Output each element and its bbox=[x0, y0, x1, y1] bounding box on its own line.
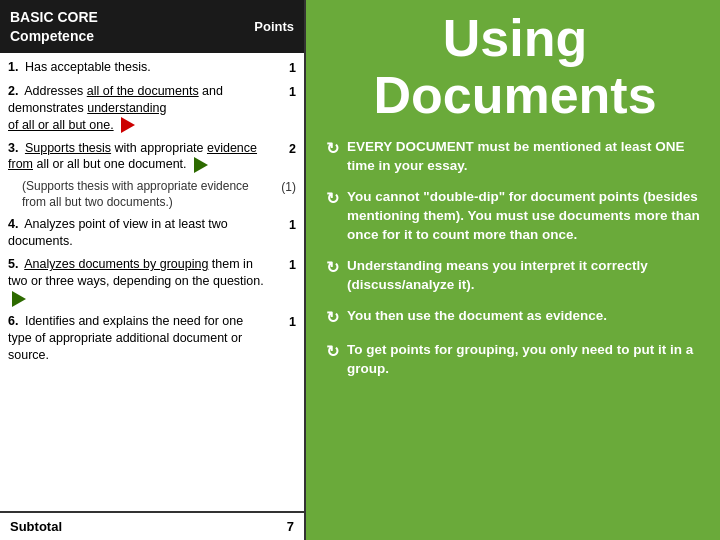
bullet-list: ↻ EVERY DOCUMENT must be mentioned at le… bbox=[326, 138, 704, 390]
rubric-item-1: 1. Has acceptable thesis. 1 bbox=[8, 59, 296, 77]
item-1-text: 1. Has acceptable thesis. bbox=[8, 59, 274, 76]
right-panel: UsingDocuments ↻ EVERY DOCUMENT must be … bbox=[306, 0, 720, 540]
bullet-icon-2: ↻ bbox=[326, 188, 339, 210]
right-title: UsingDocuments bbox=[326, 10, 704, 124]
rubric-sub-item-3: (Supports thesis with appropriate eviden… bbox=[22, 179, 296, 210]
left-header: BASIC CORECompetence Points bbox=[0, 0, 304, 53]
item-4-points: 1 bbox=[274, 216, 296, 234]
item-6-points: 1 bbox=[274, 313, 296, 331]
bullet-icon-1: ↻ bbox=[326, 138, 339, 160]
header-points-label: Points bbox=[254, 19, 294, 34]
rubric-item-3: 3. Supports thesis with appropriate evid… bbox=[8, 140, 296, 174]
bullet-4: ↻ You then use the document as evidence. bbox=[326, 307, 704, 329]
rubric-item-2: 2. Addresses all of the documents and de… bbox=[8, 83, 296, 134]
rubric-body: 1. Has acceptable thesis. 1 2. Addresses… bbox=[0, 53, 304, 511]
sub-item-text: (Supports thesis with appropriate eviden… bbox=[22, 179, 266, 210]
bullet-1-text: EVERY DOCUMENT must be mentioned at leas… bbox=[347, 138, 704, 176]
item-2-text: 2. Addresses all of the documents and de… bbox=[8, 83, 274, 134]
header-title: BASIC CORECompetence bbox=[10, 8, 98, 44]
sub-item-points: (1) bbox=[266, 179, 296, 196]
item-2-points: 1 bbox=[274, 83, 296, 101]
item-5-points: 1 bbox=[274, 256, 296, 274]
subtotal-value: 7 bbox=[287, 519, 294, 534]
item-3-text: 3. Supports thesis with appropriate evid… bbox=[8, 140, 274, 174]
subtotal-label: Subtotal bbox=[10, 519, 62, 534]
red-arrow-2 bbox=[121, 117, 135, 133]
bullet-icon-3: ↻ bbox=[326, 257, 339, 279]
green-arrow-3 bbox=[194, 157, 208, 173]
bullet-5-text: To get points for grouping, you only nee… bbox=[347, 341, 704, 379]
bullet-4-text: You then use the document as evidence. bbox=[347, 307, 607, 326]
bullet-icon-4: ↻ bbox=[326, 307, 339, 329]
rubric-item-5: 5. Analyzes documents by grouping them i… bbox=[8, 256, 296, 307]
bullet-3: ↻ Understanding means you interpret it c… bbox=[326, 257, 704, 295]
item-6-text: 6. Identifies and explains the need for … bbox=[8, 313, 274, 364]
item-4-text: 4. Analyzes point of view in at least tw… bbox=[8, 216, 274, 250]
rubric-item-4: 4. Analyzes point of view in at least tw… bbox=[8, 216, 296, 250]
green-arrow-5 bbox=[12, 291, 26, 307]
bullet-2: ↻ You cannot "double-dip" for document p… bbox=[326, 188, 704, 245]
bullet-3-text: Understanding means you interpret it cor… bbox=[347, 257, 704, 295]
rubric-item-6: 6. Identifies and explains the need for … bbox=[8, 313, 296, 364]
item-5-text: 5. Analyzes documents by grouping them i… bbox=[8, 256, 274, 307]
bullet-icon-5: ↻ bbox=[326, 341, 339, 363]
bullet-5: ↻ To get points for grouping, you only n… bbox=[326, 341, 704, 379]
bullet-1: ↻ EVERY DOCUMENT must be mentioned at le… bbox=[326, 138, 704, 176]
left-footer: Subtotal 7 bbox=[0, 511, 304, 540]
item-1-points: 1 bbox=[274, 59, 296, 77]
left-panel: BASIC CORECompetence Points 1. Has accep… bbox=[0, 0, 306, 540]
bullet-2-text: You cannot "double-dip" for document poi… bbox=[347, 188, 704, 245]
item-3-points: 2 bbox=[274, 140, 296, 158]
